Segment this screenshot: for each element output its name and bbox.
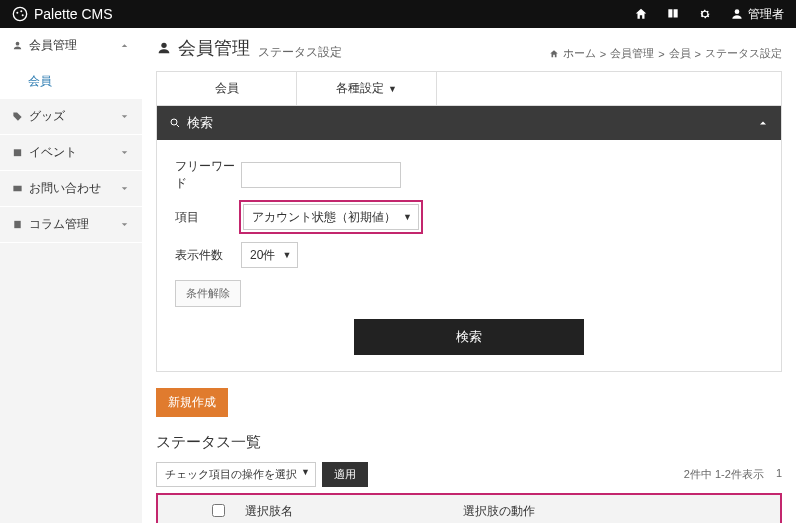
chevron-down-icon [119,111,130,122]
sidebar-item-goods[interactable]: グッズ [0,99,142,135]
caret-down-icon: ▼ [388,84,397,94]
breadcrumb-link[interactable]: 会員管理 [610,46,654,61]
breadcrumb: ホーム > 会員管理 > 会員 > ステータス設定 [549,46,782,61]
sidebar-item-column[interactable]: コラム管理 [0,207,142,243]
caret-down-icon: ▼ [403,212,412,222]
svg-point-4 [735,9,740,14]
tab-settings[interactable]: 各種設定▼ [297,72,437,105]
brand-text: Palette CMS [34,6,113,22]
apply-button[interactable]: 適用 [322,462,368,487]
col-name: 選択肢名 [235,495,453,523]
chevron-up-icon [757,117,769,129]
list-title: ステータス一覧 [156,433,782,452]
sidebar-item-members[interactable]: 会員管理 [0,28,142,64]
sidebar-item-event[interactable]: イベント [0,135,142,171]
svg-point-5 [16,42,20,46]
svg-point-10 [171,119,177,125]
col-behavior: 選択肢の動作 [453,495,748,523]
breadcrumb-link[interactable]: ホーム [563,46,596,61]
home-icon [549,49,559,59]
sidebar-item-contact[interactable]: お問い合わせ [0,171,142,207]
gear-icon[interactable] [698,7,712,21]
calendar-icon [12,147,23,158]
sidebar-item-label: グッズ [29,108,65,125]
freeword-label: フリーワード [175,158,241,192]
pager-top: 2件中 1-2件表示 1 [684,467,782,482]
item-select[interactable]: アカウント状態（初期値）▼ [243,204,419,230]
svg-rect-7 [13,186,21,192]
book-icon[interactable] [666,7,680,21]
perpage-select[interactable]: 20件▼ [241,242,298,268]
topbar: Palette CMS 管理者 [0,0,796,28]
breadcrumb-current: ステータス設定 [705,46,782,61]
caret-down-icon: ▼ [282,250,291,260]
select-all-checkbox[interactable] [212,504,225,517]
chevron-up-icon [119,40,130,51]
item-label: 項目 [175,209,241,226]
svg-point-2 [20,10,22,12]
svg-rect-8 [14,221,20,228]
sidebar-item-label: コラム管理 [29,216,89,233]
top-actions: 管理者 [634,6,784,23]
caret-down-icon: ▼ [301,467,310,477]
sidebar: 会員管理 会員 グッズ イベント お問い合わせ コラム管理 [0,28,142,523]
search-icon [169,117,181,129]
sidebar-item-label: お問い合わせ [29,180,101,197]
chevron-down-icon [119,147,130,158]
home-icon[interactable] [634,7,648,21]
user-icon [156,40,172,56]
perpage-label: 表示件数 [175,247,241,264]
user-icon [12,40,23,51]
bulk-select[interactable]: チェック項目の操作を選択▼ [156,462,316,487]
tab-member[interactable]: 会員 [157,72,297,105]
svg-rect-6 [14,149,21,156]
chevron-down-icon [119,219,130,230]
svg-point-9 [161,43,166,48]
new-button[interactable]: 新規作成 [156,388,228,417]
admin-menu[interactable]: 管理者 [730,6,784,23]
svg-point-0 [13,7,26,20]
search-panel-header[interactable]: 検索 [157,106,781,140]
breadcrumb-link[interactable]: 会員 [669,46,691,61]
search-panel: 検索 フリーワード 項目 アカウント状態（初期値）▼ 表示件数 20件▼ 条件解… [156,105,782,372]
sidebar-item-label: イベント [29,144,77,161]
chevron-down-icon [119,183,130,194]
admin-label: 管理者 [748,6,784,23]
user-icon [730,7,744,21]
palette-icon [12,6,28,22]
freeword-input[interactable] [241,162,401,188]
svg-point-3 [22,14,24,16]
sidebar-sub-member[interactable]: 会員 [0,64,142,99]
tag-icon [12,111,23,122]
svg-point-1 [16,12,18,14]
brand-logo[interactable]: Palette CMS [12,6,113,22]
page-title: 会員管理 ステータス設定 [156,36,342,61]
search-button[interactable]: 検索 [354,319,584,355]
sidebar-item-label: 会員管理 [29,37,77,54]
page-subtitle: ステータス設定 [258,44,342,61]
clear-button[interactable]: 条件解除 [175,280,241,307]
tabs: 会員 各種設定▼ [156,71,782,105]
main: 会員管理 ステータス設定 ホーム > 会員管理 > 会員 > ステータス設定 会… [142,28,796,523]
mail-icon [12,183,23,194]
doc-icon [12,219,23,230]
page-number: 1 [776,467,782,482]
status-table: 選択肢名 選択肢の動作 ⋮⋮ 無効 無効 ⋮⋮ [156,493,782,523]
